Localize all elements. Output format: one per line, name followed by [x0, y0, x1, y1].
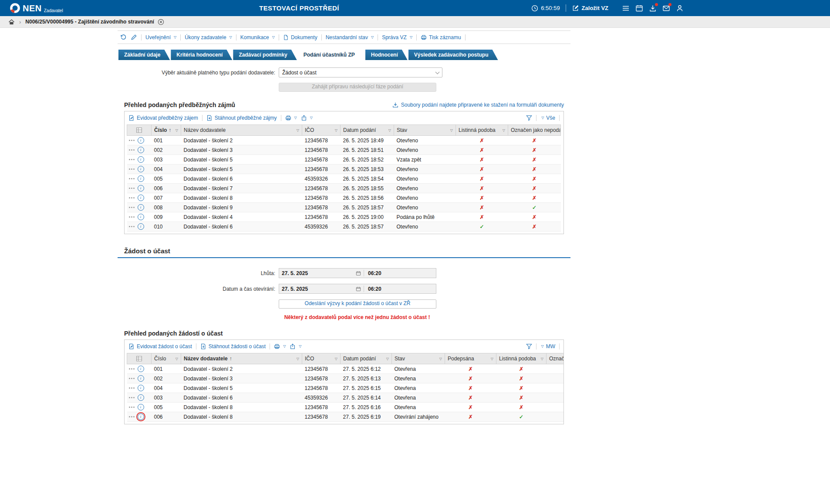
row-info-icon[interactable]: i: [138, 413, 144, 420]
table-row[interactable]: i001Dodavatel - školení 21234567826. 5. …: [127, 136, 561, 145]
tab-zakladni-udaje[interactable]: Základní údaje: [118, 50, 170, 60]
row-info-icon[interactable]: i: [138, 366, 144, 372]
download-requests-button[interactable]: Stáhnout žádosti o účast: [200, 343, 266, 349]
download-prelim-interests-button[interactable]: Stáhnout předběžné zájmy: [206, 115, 277, 121]
row-info-icon[interactable]: i: [138, 156, 144, 163]
column-header-datum-podani[interactable]: Datum podání▽: [341, 353, 392, 364]
column-header-listinna-podoba[interactable]: Listinná podoba▽: [496, 353, 547, 364]
messages-button[interactable]: [662, 4, 670, 12]
column-settings-icon[interactable]: [136, 356, 142, 361]
column-filter-icon[interactable]: ▽: [388, 128, 391, 132]
menu-komunikace[interactable]: Komunikace▽: [240, 34, 275, 40]
filter-button[interactable]: [526, 115, 532, 121]
submission-type-select[interactable]: Žádost o účast: [279, 67, 442, 77]
column-filter-icon[interactable]: ▽: [297, 128, 299, 132]
row-info-icon[interactable]: i: [138, 394, 144, 401]
view-selector[interactable]: ▽ Vše: [540, 115, 555, 121]
calendar-button[interactable]: [635, 4, 643, 12]
column-header-oznacen-jako-nepodany[interactable]: Označen jako nepodaný▽: [508, 125, 561, 136]
column-header-stav[interactable]: Stav▽: [394, 125, 456, 136]
row-info-icon[interactable]: i: [138, 204, 144, 211]
table-row[interactable]: i009Dodavatel - školení 41234567826. 5. …: [127, 212, 561, 222]
send-call-button[interactable]: Odeslání výzvy k podání žádosti o účast …: [279, 299, 436, 309]
column-filter-icon[interactable]: ▽: [541, 357, 543, 361]
table-row[interactable]: i003Dodavatel - školení 64535932627. 5. …: [127, 393, 564, 403]
podani-files-link[interactable]: Soubory podání najdete připravené ke sta…: [392, 102, 564, 108]
column-header-podepsana[interactable]: Podepsána▽: [445, 353, 496, 364]
history-button[interactable]: [120, 34, 127, 40]
column-filter-icon[interactable]: ▽: [297, 357, 299, 361]
breadcrumb-record[interactable]: N006/25/V00004995 - Zajištění závodního …: [25, 19, 154, 25]
table-row[interactable]: i005Dodavatel - školení 81234567827. 5. …: [127, 403, 564, 412]
row-info-icon[interactable]: i: [138, 404, 144, 410]
print-grid-button[interactable]: ▽: [274, 343, 286, 349]
column-header-listinna-podoba[interactable]: Listinná podoba▽: [456, 125, 508, 136]
column-header-oznacen-jako-nepodany[interactable]: Označen jako nepodaný▽: [547, 353, 564, 364]
row-menu-icon[interactable]: [129, 226, 135, 227]
table-row[interactable]: i010Dodavatel - školení 64535932626. 5. …: [127, 222, 561, 232]
edit-record-button[interactable]: [131, 34, 137, 40]
row-menu-icon[interactable]: [129, 159, 135, 160]
row-info-icon[interactable]: i: [138, 385, 144, 391]
table-row[interactable]: i004Dodavatel - školení 51234567826. 5. …: [127, 165, 561, 174]
column-header-datum-podani[interactable]: Datum podání▽: [341, 125, 394, 136]
menu-button[interactable]: [622, 4, 630, 12]
row-info-icon[interactable]: i: [138, 137, 144, 144]
column-header-cislo[interactable]: Číslo↑▽: [152, 125, 181, 136]
column-header-ico[interactable]: IČO▽: [302, 125, 341, 136]
column-filter-icon[interactable]: ▽: [450, 128, 453, 132]
tab-zadavaci-podminky[interactable]: Zadávací podmínky: [233, 50, 297, 60]
tab-podani-ucastniku-zp[interactable]: Podání účastníků ZP: [298, 50, 364, 60]
menu-nestandardni-stav[interactable]: Nestandardní stav▽: [326, 34, 374, 40]
table-row[interactable]: i002Dodavatel - školení 31234567826. 5. …: [127, 145, 561, 155]
column-filter-icon[interactable]: ▽: [386, 357, 389, 361]
column-filter-icon[interactable]: ▽: [491, 357, 493, 361]
row-menu-icon[interactable]: [129, 397, 135, 398]
tab-hodnoceni[interactable]: Hodnocení: [365, 50, 408, 60]
table-row[interactable]: i004Dodavatel - školení 51234567827. 5. …: [127, 383, 564, 393]
print-grid-button[interactable]: ▽: [285, 115, 297, 121]
column-filter-icon[interactable]: ▽: [175, 128, 178, 132]
deadline-field[interactable]: 27. 5. 2025 06:20: [279, 268, 436, 278]
register-request-button[interactable]: Evidovat žádost o účast: [128, 343, 192, 349]
row-menu-icon[interactable]: [129, 378, 135, 379]
menu-tisk-zaznamu[interactable]: Tisk záznamu: [421, 34, 461, 40]
column-header-nazev-dodavatele[interactable]: Název dodavatele▽: [181, 125, 302, 136]
table-row[interactable]: i006Dodavatel - školení 71234567826. 5. …: [127, 184, 561, 193]
profile-button[interactable]: [676, 4, 684, 12]
column-settings-header[interactable]: [127, 125, 152, 136]
table-row[interactable]: i006Dodavatel - školení 81234567827. 5. …: [127, 412, 564, 422]
column-header-nazev-dodavatele[interactable]: Název dodavatele↑▽: [181, 353, 302, 364]
row-menu-icon[interactable]: [129, 387, 135, 389]
opening-field[interactable]: 27. 5. 2025 06:20: [279, 284, 436, 294]
row-menu-icon[interactable]: [129, 216, 135, 218]
start-next-phase-button[interactable]: Zahájit přípravu následující fáze podání: [279, 83, 436, 92]
row-menu-icon[interactable]: [129, 188, 135, 189]
menu-ukony-zadavatele[interactable]: Úkony zadavatele▽: [185, 34, 232, 40]
table-row[interactable]: i005Dodavatel - školení 64535932626. 5. …: [127, 174, 561, 184]
export-grid-button[interactable]: ▽: [301, 115, 313, 121]
row-menu-icon[interactable]: [129, 149, 135, 151]
close-record-button[interactable]: [158, 19, 164, 25]
table-row[interactable]: i002Dodavatel - školení 31234567827. 5. …: [127, 374, 564, 383]
row-menu-icon[interactable]: [129, 168, 135, 170]
view-selector[interactable]: ▽ MW: [540, 343, 555, 349]
menu-uverejneni[interactable]: Uveřejnění▽: [145, 34, 176, 40]
row-menu-icon[interactable]: [129, 368, 135, 370]
home-button[interactable]: [8, 19, 15, 25]
row-info-icon[interactable]: i: [138, 147, 144, 153]
column-settings-icon[interactable]: [136, 128, 142, 133]
row-info-icon[interactable]: i: [138, 375, 144, 382]
register-prelim-interest-button[interactable]: Evidovat předběžný zájem: [128, 115, 198, 121]
menu-sprava-vz[interactable]: Správa VZ▽: [382, 34, 412, 40]
tab-vysledek-zadavaciho-postupu[interactable]: Výsledek zadávacího postupu: [408, 50, 498, 60]
row-info-icon[interactable]: i: [138, 185, 144, 192]
tab-kriteria-hodnoceni[interactable]: Kritéria hodnocení: [171, 50, 232, 60]
app-logo[interactable]: NEN Zadavatel: [10, 3, 63, 14]
column-filter-icon[interactable]: ▽: [503, 128, 505, 132]
column-header-cislo[interactable]: Číslo▽: [152, 353, 181, 364]
row-info-icon[interactable]: i: [138, 175, 144, 182]
menu-dokumenty[interactable]: Dokumenty: [283, 34, 317, 40]
row-menu-icon[interactable]: [129, 407, 135, 408]
row-info-icon[interactable]: i: [138, 195, 144, 201]
